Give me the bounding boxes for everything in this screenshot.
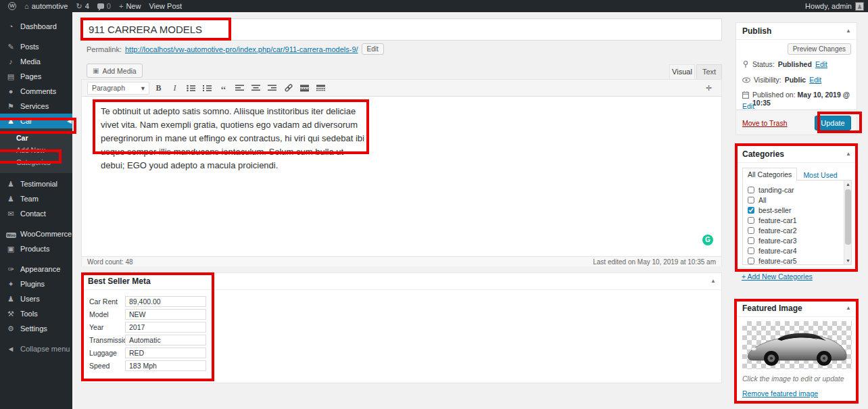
blockquote-button[interactable]: “ — [216, 82, 231, 95]
post-body-text[interactable]: Te obtinuit ut adepto satis somno. Aliis… — [101, 105, 370, 172]
scrollbar-thumb[interactable] — [845, 189, 851, 245]
italic-button[interactable]: I — [168, 82, 182, 95]
insert-link-button[interactable] — [281, 82, 295, 95]
category-checkbox[interactable] — [748, 258, 754, 264]
category-item-all[interactable]: All — [748, 195, 851, 205]
permalink-url-link[interactable]: http://localhost/vw-automotive-pro/index… — [125, 45, 358, 53]
category-checkbox[interactable] — [748, 197, 754, 203]
sidebar-item-woocommerce[interactable]: Woo WooCommerce — [0, 226, 72, 241]
car-rent-field[interactable] — [125, 296, 206, 307]
comments-count: 0 — [107, 2, 111, 10]
category-checkbox[interactable] — [748, 247, 754, 254]
sidebar-item-tools[interactable]: ⚒ Tools — [0, 306, 72, 321]
sidebar-item-services[interactable]: ⚑ Services — [0, 99, 72, 114]
view-post-label[interactable]: View Post — [149, 2, 182, 10]
category-item-best-seller[interactable]: best-seller — [748, 205, 851, 215]
grammarly-icon[interactable]: G — [702, 235, 713, 245]
update-button[interactable]: Update — [815, 116, 851, 130]
add-media-button[interactable]: ▣ Add Media — [87, 64, 143, 78]
admin-avatar[interactable]: ♟ — [855, 2, 864, 11]
permalink-label: Permalink: — [87, 45, 122, 53]
meta-field-row: Model — [89, 308, 721, 320]
category-item-feature-car4[interactable]: feature-car4 — [748, 245, 851, 256]
sidebar-item-label: Team — [20, 195, 39, 203]
luggage-field[interactable] — [125, 347, 206, 358]
toolbar-toggle-button[interactable] — [314, 82, 328, 95]
site-name[interactable]: automotive — [32, 2, 68, 10]
sidebar-item-testimonial[interactable]: ♟ Testimonial — [0, 176, 72, 191]
collapse-icon: ◄ — [6, 345, 16, 353]
add-new-categories-link[interactable]: + Add New Categories — [742, 272, 813, 281]
tab-all-categories[interactable]: All Categories — [742, 168, 797, 181]
category-item-feature-car5[interactable]: feature-car5 — [748, 256, 851, 265]
sidebar-item-users[interactable]: ♟ Users — [0, 291, 72, 306]
post-title-input[interactable] — [81, 18, 722, 41]
category-item-tanding-car[interactable]: tanding-car — [748, 185, 851, 195]
new-label[interactable]: New — [126, 2, 141, 10]
category-item-feature-car3[interactable]: feature-car3 — [748, 235, 851, 245]
submenu-item-car[interactable]: Car — [0, 132, 72, 144]
categories-scrollbar[interactable]: ▲ ▼ — [844, 181, 851, 264]
category-item-feature-car2[interactable]: feature-car2 — [748, 225, 851, 235]
edit-status-link[interactable]: Edit — [815, 60, 827, 68]
paragraph-format-select[interactable]: Paragraph ▾ — [87, 82, 149, 95]
read-more-tag-button[interactable] — [297, 82, 312, 95]
view-post-link[interactable]: View Post — [149, 2, 182, 10]
sidebar-item-products[interactable]: ▣ Products — [0, 241, 72, 256]
align-left-button[interactable] — [233, 82, 247, 95]
tab-visual[interactable]: Visual — [669, 64, 695, 79]
category-item-feature-car1[interactable]: feature-car1 — [748, 215, 851, 225]
category-checkbox[interactable] — [748, 227, 754, 234]
category-checkbox[interactable] — [748, 217, 754, 224]
sidebar-item-contact[interactable]: ✉ Contact — [0, 206, 72, 221]
category-checkbox[interactable] — [748, 237, 754, 244]
chevron-down-icon: ▾ — [141, 84, 145, 92]
updates-menu[interactable]: ↻ 4 — [76, 2, 89, 11]
remove-featured-image-link[interactable]: Remove featured image — [742, 389, 818, 398]
align-center-button[interactable] — [249, 82, 263, 95]
edit-visibility-link[interactable]: Edit — [809, 76, 821, 84]
wordpress-logo-icon[interactable]: W — [8, 2, 16, 10]
collapse-toggle-icon[interactable]: ▲ — [710, 278, 716, 284]
align-right-button[interactable] — [265, 82, 279, 95]
comments-menu[interactable]: 0 — [97, 2, 111, 10]
sidebar-item-team[interactable]: ♟ Team — [0, 191, 72, 206]
sidebar-item-posts[interactable]: ✎ Posts — [0, 39, 72, 54]
preview-changes-button[interactable]: Preview Changes — [788, 43, 851, 55]
sidebar-item-media[interactable]: ♪ Media — [0, 54, 72, 69]
submenu-item-add-new[interactable]: Add New — [0, 144, 72, 156]
move-to-trash-link[interactable]: Move to Trash — [742, 119, 788, 127]
numbered-list-button[interactable] — [200, 82, 214, 95]
scroll-up-icon[interactable]: ▲ — [844, 182, 852, 187]
sidebar-item-collapse-menu[interactable]: ◄ Collapse menu — [0, 341, 72, 356]
sidebar-item-appearance[interactable]: ✑ Appearance — [0, 262, 72, 276]
category-checkbox[interactable] — [748, 207, 754, 214]
model-field[interactable] — [125, 309, 206, 320]
category-checkbox[interactable] — [748, 187, 754, 193]
site-name-menu[interactable]: ⌂ automotive — [24, 2, 68, 10]
collapse-toggle-icon[interactable]: ▲ — [846, 28, 851, 34]
sidebar-item-settings[interactable]: ⚙ Settings — [0, 321, 72, 336]
scroll-down-icon[interactable]: ▼ — [844, 258, 852, 263]
bold-button[interactable]: B — [151, 82, 166, 95]
editor-content-area[interactable]: Te obtinuit ut adepto satis somno. Aliis… — [82, 97, 721, 256]
submenu-item-categories[interactable]: Categories — [0, 156, 72, 168]
sidebar-item-comments[interactable]: ● Comments — [0, 84, 72, 99]
fullscreen-button[interactable]: ✛ — [702, 82, 716, 95]
speed-field[interactable] — [125, 360, 206, 371]
sidebar-item-car[interactable]: ♟ Car ◀ — [0, 114, 72, 128]
sidebar-item-pages[interactable]: ▤ Pages — [0, 69, 72, 84]
collapse-toggle-icon[interactable]: ▲ — [846, 305, 851, 311]
collapse-toggle-icon[interactable]: ▲ — [846, 151, 851, 157]
permalink-edit-button[interactable]: Edit — [362, 43, 384, 55]
featured-image-thumbnail[interactable] — [742, 321, 852, 369]
howdy-admin-label[interactable]: Howdy, admin — [805, 2, 852, 10]
tab-text[interactable]: Text — [696, 64, 722, 79]
new-content-menu[interactable]: + New — [119, 2, 141, 10]
sidebar-item-plugins[interactable]: ✦ Plugins — [0, 276, 72, 291]
transmission-field[interactable] — [125, 335, 206, 345]
year-field[interactable] — [125, 322, 206, 333]
sidebar-item-dashboard[interactable]: ◔ Dashboard — [0, 19, 72, 34]
bullet-list-button[interactable] — [184, 82, 198, 95]
sidebar-item-label: Posts — [20, 43, 39, 51]
